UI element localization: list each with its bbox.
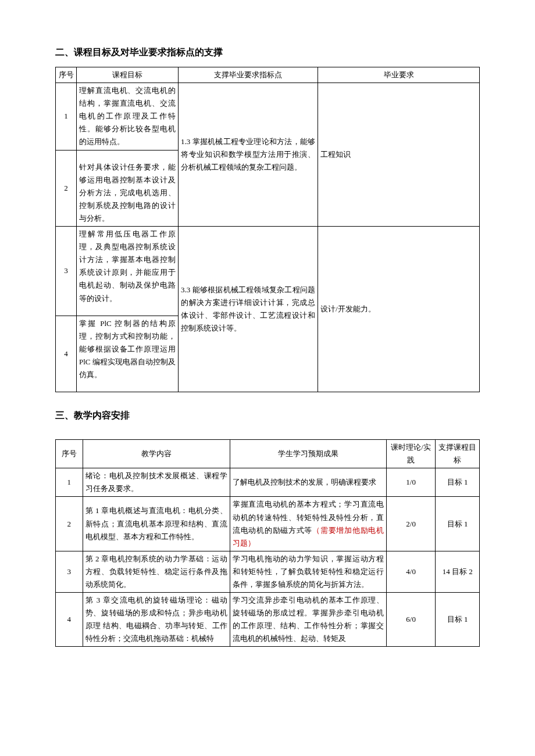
cell-req: 工程知识 (318, 83, 480, 227)
th-num: 序号 (56, 67, 77, 83)
cell-hours: 1/0 (386, 468, 435, 497)
cell-content: 第 3 章交流电机的旋转磁场理论：磁动势、旋转磁场的形成和特点；异步电动机原理 … (83, 593, 230, 647)
cell-indicator: 1.3 掌握机械工程专业理论和方法，能够将专业知识和数学模型方法用于推演、分析机… (179, 83, 318, 227)
cell-content: 第 2 章电机控制系统的动力学基础：运动方程、负载转矩特性、稳定运行条件及拖动系… (83, 551, 230, 592)
th-indicator: 支撑毕业要求指标点 (179, 67, 318, 83)
table-row: 3 理解常用低压电器工作原理，及典型电器控制系统设计方法，掌握基本电器控制系统设… (56, 227, 480, 316)
cell-support: 目标 1 (436, 593, 480, 647)
cell-goal: 针对具体设计任务要求，能够运用电器控制基本设计及分析方法，完成电机选用、控制系统… (77, 150, 179, 226)
cell-indicator: 3.3 能够根据机械工程领域复杂工程问题的解决方案进行详细设计计算，完成总体设计… (179, 227, 318, 392)
cell-outcome: 掌握直流电动机的基本方程式；学习直流电动机的转速特性、转矩特性及特性分析，直流电… (230, 497, 387, 551)
table-row: 1 理解直流电机、交流电机的结构，掌握直流电机、交流电机的工作原理及工作特性。能… (56, 83, 480, 150)
th-num: 序号 (56, 440, 83, 468)
cell-hours: 4/0 (386, 551, 435, 592)
section-3-title: 三、教学内容安排 (55, 410, 480, 422)
cell-req: 设计/开发能力。 (318, 227, 480, 392)
table-row: 2 第 1 章电机概述与直流电机：电机分类、新特点；直流电机基本原理和结构、直流… (56, 497, 480, 551)
cell-content: 绪论：电机及控制技术发展概述、课程学习任务及要求。 (83, 468, 230, 497)
cell-hours: 6/0 (386, 593, 435, 647)
th-outcome: 学生学习预期成果 (230, 440, 387, 468)
th-hours: 课时理论/实践 (386, 440, 435, 468)
cell-num: 1 (56, 468, 83, 497)
cell-num: 1 (56, 83, 77, 150)
cell-support: 目标 1 (436, 497, 480, 551)
cell-num: 3 (56, 551, 83, 592)
cell-support: 目标 1 (436, 468, 480, 497)
cell-num: 3 (56, 227, 77, 316)
cell-hours: 2/0 (386, 497, 435, 551)
table-row: 1 绪论：电机及控制技术发展概述、课程学习任务及要求。 了解电机及控制技术的发展… (56, 468, 480, 497)
table-header-row: 序号 课程目标 支撑毕业要求指标点 毕业要求 (56, 67, 480, 83)
cell-outcome: 学习交流异步牵引电动机的基本工作原理、旋转磁场的形成过程。掌握异步牵引电动机的工… (230, 593, 387, 647)
cell-goal: 理解常用低压电器工作原理，及典型电器控制系统设计方法，掌握基本电器控制系统设计原… (77, 227, 179, 316)
table-row: 4 第 3 章交流电机的旋转磁场理论：磁动势、旋转磁场的形成和特点；异步电动机原… (56, 593, 480, 647)
cell-num: 2 (56, 150, 77, 226)
cell-num: 4 (56, 593, 83, 647)
cell-goal: 理解直流电机、交流电机的结构，掌握直流电机、交流电机的工作原理及工作特性。能够分… (77, 83, 179, 150)
table-teaching: 序号 教学内容 学生学习预期成果 课时理论/实践 支撑课程目标 1 绪论：电机及… (55, 439, 480, 647)
table-row: 3 第 2 章电机控制系统的动力学基础：运动方程、负载转矩特性、稳定运行条件及拖… (56, 551, 480, 592)
th-goal: 课程目标 (77, 67, 179, 83)
cell-goal: 掌握 PlC 控制器的结构原理，控制方式和控制功能，能够根据设备工作原理运用 P… (77, 316, 179, 392)
cell-num: 4 (56, 316, 77, 392)
table-objectives: 序号 课程目标 支撑毕业要求指标点 毕业要求 1 理解直流电机、交流电机的结构，… (55, 67, 480, 392)
th-req: 毕业要求 (318, 67, 480, 83)
th-content: 教学内容 (83, 440, 230, 468)
cell-content: 第 1 章电机概述与直流电机：电机分类、新特点；直流电机基本原理和结构、直流电机… (83, 497, 230, 551)
cell-num: 2 (56, 497, 83, 551)
table-header-row: 序号 教学内容 学生学习预期成果 课时理论/实践 支撑课程目标 (56, 440, 480, 468)
cell-outcome: 学习电机拖动的动力学知识，掌握运动方程和转矩特性，了解负载转矩特性和稳定运行条件… (230, 551, 387, 592)
cell-outcome: 了解电机及控制技术的发展，明确课程要求 (230, 468, 387, 497)
th-support: 支撑课程目标 (436, 440, 480, 468)
cell-support: 14 目标 2 (436, 551, 480, 592)
section-2-title: 二、课程目标及对毕业要求指标点的支撑 (55, 46, 480, 59)
